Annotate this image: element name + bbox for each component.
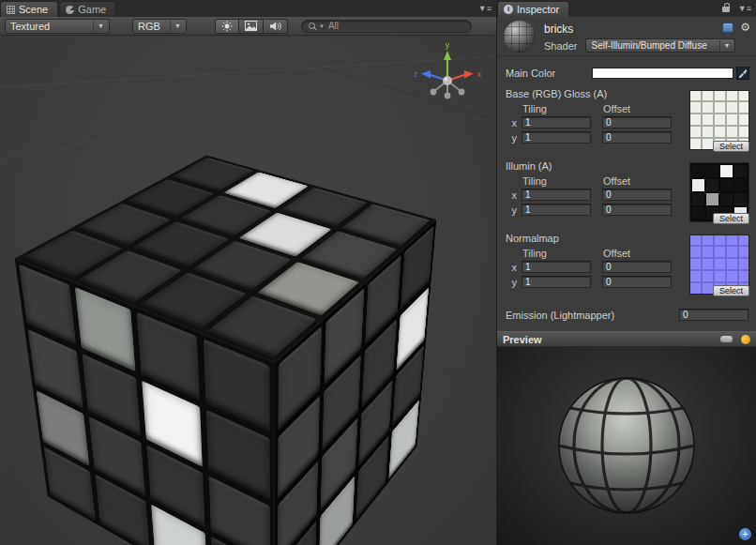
y-row-label: y <box>506 132 517 144</box>
preview-header[interactable]: Preview <box>497 331 756 347</box>
speaker-icon <box>269 21 281 32</box>
search-filter-chevron-icon: ▼ <box>319 23 325 29</box>
x-axis-cone[interactable] <box>464 70 474 79</box>
game-tab-icon <box>66 6 74 14</box>
scene-tab-icon <box>7 6 15 14</box>
illumin-tiling-y-input[interactable] <box>522 204 591 216</box>
offset-header: Offset <box>603 248 630 259</box>
x-row-label: x <box>506 189 517 201</box>
chevron-down-icon: ▼ <box>719 40 731 52</box>
chevron-down-icon: ▼ <box>170 21 181 32</box>
offset-header: Offset <box>603 175 630 187</box>
shader-value: Self-Illumin/Bumped Diffuse <box>591 40 706 51</box>
illumin-thumb-cell <box>692 165 704 177</box>
emission-input[interactable] <box>679 309 748 321</box>
inspector-panel-menu-icon[interactable] <box>738 4 751 13</box>
scene-search-input[interactable] <box>328 21 464 31</box>
scene-3d-area <box>0 36 496 545</box>
texture-section-base: Base (RGB) Gloss (A) Tiling Offset x y S… <box>506 88 749 152</box>
color-picker-button[interactable] <box>736 67 749 80</box>
normalmap-offset-y-input[interactable] <box>602 276 672 288</box>
illumin-thumb-cell <box>734 193 747 205</box>
gear-icon[interactable]: ⚙ <box>740 22 750 33</box>
material-properties: Main Color Base (RGB) Gloss (A) Tiling O… <box>497 56 756 323</box>
scene-search-field[interactable]: ▼ <box>301 20 472 33</box>
illumin-thumb-cell <box>692 193 704 205</box>
orientation-gizmo[interactable]: y x z <box>410 39 485 111</box>
unity-window: Scene Game Textured ▼ RGB ▼ <box>0 0 756 545</box>
preview-body[interactable]: + <box>497 347 756 545</box>
preview-mesh-icon[interactable] <box>720 336 733 342</box>
illumin-offset-x-input[interactable] <box>602 189 672 201</box>
illumin-tiling-x-input[interactable] <box>522 189 591 201</box>
eyedropper-icon <box>738 68 748 78</box>
tab-inspector-label: Inspector <box>517 4 559 15</box>
y-row-label: y <box>506 277 517 288</box>
base-texture-thumbnail[interactable]: Select <box>689 90 749 150</box>
scene-viewport[interactable]: y x z <box>0 36 496 545</box>
base-tiling-x-input[interactable] <box>522 116 591 129</box>
draw-mode-value: Textured <box>10 21 50 32</box>
tiling-header: Tiling <box>522 248 603 259</box>
texture-section-normalmap: Normalmap Tiling Offset x y Select <box>506 233 749 296</box>
tab-inspector[interactable]: Inspector <box>497 1 569 17</box>
preview-light-icon[interactable] <box>741 335 750 344</box>
normalmap-tiling-x-input[interactable] <box>522 261 591 273</box>
illumin-thumb-cell <box>706 193 718 205</box>
chevron-down-icon: ▼ <box>93 21 104 32</box>
normalmap-tiling-y-input[interactable] <box>522 276 591 288</box>
material-name: bricks <box>544 23 573 36</box>
scene-tabstrip: Scene Game <box>0 0 496 17</box>
material-header: bricks Shader Self-Illumin/Bumped Diffus… <box>497 17 756 56</box>
lock-icon[interactable] <box>722 7 730 12</box>
draw-mode-dropdown[interactable]: Textured ▼ <box>5 19 110 34</box>
base-tiling-y-input[interactable] <box>522 131 591 144</box>
illumin-thumb-cell <box>720 165 733 177</box>
base-offset-y-input[interactable] <box>602 131 672 144</box>
y-axis-cone[interactable] <box>444 51 451 60</box>
illumin-thumb-cell <box>734 165 747 177</box>
select-base-texture-button[interactable]: Select <box>713 141 749 152</box>
main-color-label: Main Color <box>506 68 592 79</box>
emission-label: Emission (Lightmapper) <box>506 310 679 321</box>
audio-toggle[interactable] <box>264 19 288 34</box>
help-book-icon[interactable] <box>722 23 733 33</box>
texture-section-illumin: Illumin (A) Tiling Offset x y Se <box>506 160 749 224</box>
lighting-toggle[interactable] <box>215 19 239 34</box>
main-color-swatch[interactable] <box>592 68 733 79</box>
select-normalmap-texture-button[interactable]: Select <box>713 285 749 296</box>
shader-dropdown[interactable]: Self-Illumin/Bumped Diffuse ▼ <box>585 38 735 53</box>
skybox-toggle[interactable] <box>239 19 264 34</box>
illumin-offset-y-input[interactable] <box>602 204 672 216</box>
sun-icon <box>221 21 233 32</box>
scene-panel-menu-icon[interactable] <box>478 4 491 13</box>
scene-toolbar: Textured ▼ RGB ▼ <box>0 17 496 36</box>
gizmo-center-sphere[interactable] <box>443 76 452 85</box>
brick-cube[interactable] <box>121 201 366 526</box>
base-offset-x-input[interactable] <box>602 116 672 129</box>
normalmap-offset-x-input[interactable] <box>602 261 672 273</box>
illumin-thumb-cell <box>734 179 747 191</box>
tab-game[interactable]: Game <box>59 1 116 17</box>
illumin-thumb-cell <box>692 179 704 191</box>
x-row-label: x <box>506 117 517 129</box>
gizmo-minus-axis-handle[interactable] <box>431 89 437 96</box>
offset-header: Offset <box>603 103 630 114</box>
tab-scene[interactable]: Scene <box>0 1 58 17</box>
illumin-thumb-cell <box>706 165 718 177</box>
z-axis-cone[interactable] <box>421 70 431 79</box>
scene-panel: Scene Game Textured ▼ RGB ▼ <box>0 0 497 545</box>
x-row-label: x <box>506 262 517 273</box>
gizmo-minus-axis-handle[interactable] <box>445 93 451 99</box>
normalmap-texture-thumbnail[interactable]: Select <box>689 235 749 295</box>
illumin-texture-thumbnail[interactable]: Select <box>689 162 749 222</box>
z-axis-label: z <box>414 69 418 79</box>
preview-title: Preview <box>503 334 720 345</box>
preview-panel: Preview <box>497 331 756 545</box>
preview-sphere <box>533 359 720 534</box>
select-illumin-texture-button[interactable]: Select <box>713 213 749 224</box>
x-axis-label: x <box>477 69 482 79</box>
add-icon[interactable]: + <box>739 528 751 540</box>
gizmo-minus-axis-handle[interactable] <box>459 89 465 96</box>
color-mode-dropdown[interactable]: RGB ▼ <box>132 19 187 34</box>
